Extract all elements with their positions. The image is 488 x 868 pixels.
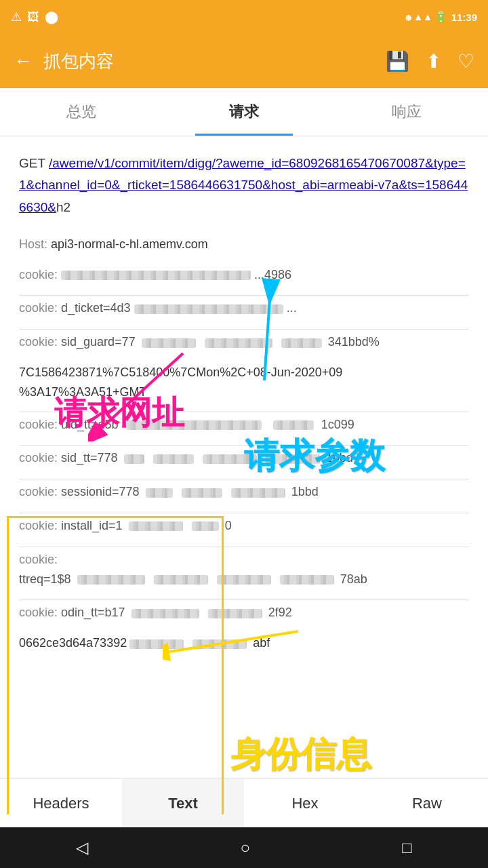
cookie9-section: cookie: odin_tt=b17 2f92 0662ce3d64a7339… [19, 603, 469, 653]
host-label: Host: [19, 237, 51, 251]
status-bar-left: ⚠ 🖼 ⬤ [11, 9, 58, 24]
cookie9-blurred1 [131, 609, 199, 618]
cookie5-key: sid_tt=778 [61, 451, 121, 465]
cookie1-end: ...4986 [254, 268, 291, 281]
cookie6-blurred1 [146, 488, 173, 498]
cookie5-blurred1 [124, 454, 144, 464]
cookie4-blurred2 [273, 420, 314, 430]
alarm-icon: ⚠ [11, 9, 22, 24]
cookie3-blurred1 [142, 338, 196, 348]
back-button[interactable]: ← [14, 50, 33, 72]
cookie4-row: cookie: uid_tt=d5b 1c099 [19, 415, 469, 435]
cookie1-row: cookie: ...4986 [19, 265, 469, 285]
annotation-identity: 身份信息 [230, 726, 371, 783]
circle-icon: ⬤ [45, 9, 58, 24]
share-icon[interactable]: ⬆ [426, 50, 441, 73]
nav-bar: ◁ ○ □ [0, 827, 488, 868]
app-bar: ← 抓包内容 💾 ⬆ ♡ [0, 34, 488, 88]
clock: 11:39 [451, 12, 477, 23]
status-bar: ⚠ 🖼 ⬤ ⎈ ▴ ▴ 🔋 11:39 [0, 0, 488, 34]
cookie7-blurred1 [129, 521, 183, 531]
cookie3-blurred2 [205, 338, 272, 348]
app-bar-icons: 💾 ⬆ ♡ [386, 50, 474, 73]
cookie5-blurred2 [153, 454, 194, 464]
bluetooth-icon: ⎈ [405, 12, 411, 23]
cookie5-row: cookie: sid_tt=778 1bbd [19, 448, 469, 468]
cookie7-row: cookie: install_id=1 0 [19, 516, 469, 536]
cookie1-blurred [61, 271, 251, 280]
cookie8-row: cookie: ttreq=1$8 78ab [19, 550, 469, 589]
host-value: api3-normal-c-hl.amemv.com [51, 237, 208, 251]
signal-icon: ▴ [425, 11, 430, 23]
cookie3-blurred3 [281, 338, 322, 348]
back-nav-icon[interactable]: ◁ [76, 838, 88, 857]
tab-hex[interactable]: Hex [244, 779, 366, 827]
cookie6-key: sessionid=778 [61, 485, 140, 498]
recent-nav-icon[interactable]: □ [402, 838, 412, 857]
status-bar-right: ⎈ ▴ ▴ 🔋 11:39 [405, 11, 477, 23]
cookie6-blurred3 [231, 488, 285, 498]
tab-bar: 总览 请求 响应 [0, 88, 488, 136]
cookie2-row: cookie: d_ticket=4d3 ... [19, 298, 469, 318]
image-icon: 🖼 [27, 10, 39, 24]
favorite-icon[interactable]: ♡ [458, 50, 474, 73]
host-row: Host: api3-normal-c-hl.amemv.com [19, 235, 469, 254]
cookie8-blurred2 [154, 575, 208, 585]
cookie9-blurred4 [192, 639, 247, 649]
cookie9-key: odin_tt=b17 [61, 606, 129, 619]
cookie5-blurred3 [203, 454, 257, 464]
cookie9-blurred2 [208, 609, 262, 618]
tab-request[interactable]: 请求 [163, 88, 325, 136]
cookie5-blurred4 [266, 454, 320, 464]
cookie2-value: d_ticket=4d3 [61, 301, 134, 315]
url-path: /aweme/v1/commit/item/digg/?aweme_id=680… [19, 156, 468, 214]
cookie4-key: uid_tt=d5b [61, 418, 119, 431]
cookie8-blurred3 [217, 575, 271, 585]
cookie2-blurred [134, 304, 283, 314]
cookie3-key: sid_guard=77 [61, 335, 136, 349]
cookie7-key: install_id=1 [61, 519, 123, 532]
cookie9-blurred3 [129, 639, 184, 649]
cookie7-blurred2 [192, 521, 219, 531]
app-title: 抓包内容 [43, 50, 386, 73]
tab-overview[interactable]: 总览 [0, 88, 163, 136]
tab-raw[interactable]: Raw [366, 779, 488, 827]
cookie4-blurred [126, 420, 262, 430]
home-nav-icon[interactable]: ○ [240, 838, 250, 857]
cookie8-key: ttreq=1$8 [19, 572, 75, 586]
request-url: GET /aweme/v1/commit/item/digg/?aweme_id… [19, 153, 469, 218]
http-method: GET [19, 156, 49, 170]
cookie6-blurred2 [182, 488, 222, 498]
wifi-icon: ▴ [415, 11, 421, 23]
cookie3-section: cookie: sid_guard=77 341bbd% 7C158642387… [19, 332, 469, 401]
battery-icon: 🔋 [434, 11, 447, 23]
cookie8-blurred1 [77, 575, 145, 585]
tab-response[interactable]: 响应 [325, 88, 488, 136]
cookie8-blurred4 [280, 575, 334, 585]
cookie6-row: cookie: sessionid=778 1bbd [19, 482, 469, 502]
save-icon[interactable]: 💾 [386, 50, 409, 73]
tab-text[interactable]: Text [122, 779, 244, 827]
content-area: GET /aweme/v1/commit/item/digg/?aweme_id… [0, 136, 488, 814]
bottom-tab-bar: Headers Text Hex Raw [0, 778, 488, 827]
tab-headers[interactable]: Headers [0, 779, 122, 827]
